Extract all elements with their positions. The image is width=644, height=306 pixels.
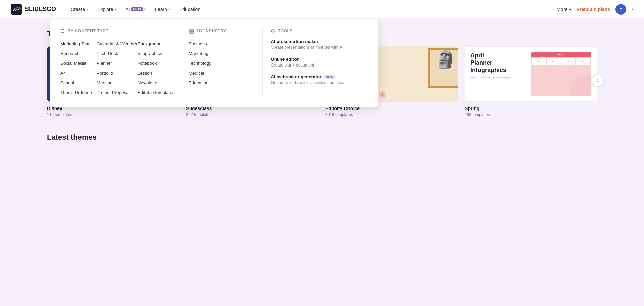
dropdown-item-marketing-plan[interactable]: Marketing Plan (60, 39, 97, 49)
nav-label-ai: AI (126, 7, 130, 12)
ai-new-badge: NEW (131, 7, 143, 11)
nav-item-explore[interactable]: Explore ▾ (93, 5, 120, 14)
gear-icon: ⚙ (271, 28, 275, 34)
nav-label-explore: Explore (97, 7, 113, 12)
nav-item-education[interactable]: Education (175, 5, 204, 14)
april-card-text: AprilPlannerInfographics (470, 52, 531, 74)
dropdown-item-business[interactable]: Business (189, 39, 257, 49)
flower-decoration: 🌸 (378, 90, 387, 98)
april-right-section: April W1 W2 W3 W4 slidesgo (531, 52, 592, 96)
nav-items: Create ▾ Explore ▾ AI NEW ▾ Learn ▾ Educ… (67, 5, 557, 14)
dropdown-item-thesis-defense[interactable]: Thesis Defense (60, 88, 97, 97)
navbar: SLIDESGO Create ▾ Explore ▾ AI NEW ▾ Lea… (0, 0, 644, 19)
logo[interactable]: SLIDESGO (11, 4, 56, 15)
tool-online-editor: Online editor Create blank document (271, 57, 362, 69)
dropdown-item-project-proposal[interactable]: Project Proposal (97, 88, 138, 97)
spring-card-subtitle: 188 templates (465, 112, 597, 117)
tools-label: Tools (278, 29, 293, 33)
cal-cell-3: W3 (561, 58, 576, 65)
dropdown-item-portfolio[interactable]: Portfolio (97, 68, 138, 78)
april-thumb-bg: AprilPlannerInfographics Here is where t… (465, 46, 597, 102)
logo-icon (11, 4, 22, 15)
building-icon: 🏢 (189, 28, 195, 34)
dropdown-item-meeting[interactable]: Meeting (97, 78, 138, 88)
carousel-next-button[interactable]: › (592, 74, 604, 86)
dropdown-item-background[interactable]: Background (138, 39, 175, 49)
industry-label: By industry (197, 29, 226, 33)
tool-online-editor-title[interactable]: Online editor (271, 57, 362, 62)
nav-more-button[interactable]: More ▾ (557, 7, 571, 12)
dropdown-item-notebook[interactable]: Notebook (138, 58, 175, 68)
nav-right: More ▾ Premium plans f ▾ (557, 4, 633, 15)
tools-column: ⚙ Tools AI presentation maker Create pre… (262, 28, 368, 97)
trending-card-spring[interactable]: AprilPlannerInfographics Here is where t… (465, 46, 597, 117)
svg-rect-0 (11, 4, 22, 15)
spring-card-title: Spring (465, 106, 597, 111)
tool-online-editor-desc: Create blank document (271, 62, 362, 69)
logo-text: SLIDESGO (25, 6, 56, 13)
dropdown-item-technology[interactable]: Technology (189, 58, 257, 68)
nav-label-learn: Learn (155, 7, 167, 12)
nav-item-ai[interactable]: AI NEW ▾ (122, 5, 150, 14)
nav-item-create[interactable]: Create ▾ (67, 5, 92, 14)
create-dropdown: ☰ By content type Marketing Plan Calenda… (50, 19, 378, 107)
dropdown-item-newsletter[interactable]: Newsletter (138, 78, 175, 88)
april-left-section: AprilPlannerInfographics Here is where t… (470, 52, 531, 79)
april-brand-text: slidesgo (583, 93, 590, 95)
svg-point-1 (19, 7, 21, 9)
dropdown-item-social-media[interactable]: Social Media (60, 58, 97, 68)
dropdown-item-research[interactable]: Research (60, 49, 97, 58)
dropdown-item-editable-templates[interactable]: Editable templates (138, 88, 175, 97)
icebreaker-new-badge: NEW (324, 75, 335, 79)
cal-cell-2: W2 (547, 58, 561, 65)
content-items-grid: Marketing Plan Calendar & Weather Backgr… (60, 39, 175, 97)
tool-icebreaker-title[interactable]: AI icebreaker generator NEW (271, 74, 362, 79)
dropdown-item-lesson[interactable]: Lesson (138, 68, 175, 78)
tool-ai-presentation-desc: Create presentations in minutes with AI (271, 45, 362, 51)
document-icon: ☰ (60, 28, 65, 34)
chevron-down-icon: ▾ (144, 7, 146, 11)
latest-themes-title: Latest themes (47, 133, 597, 142)
april-thumbnail: AprilPlannerInfographics Here is where t… (465, 46, 597, 102)
content-type-column: ☰ By content type Marketing Plan Calenda… (60, 28, 180, 97)
chevron-down-icon: ▾ (569, 7, 571, 12)
industry-items: Business Marketing Technology Medical Ed… (189, 39, 257, 88)
cal-cell-4: W4 (576, 58, 590, 65)
chevron-down-icon: ▾ (168, 7, 170, 11)
dropdown-item-education[interactable]: Education (189, 78, 257, 88)
dropdown-item-school[interactable]: School (60, 78, 97, 88)
nav-item-learn[interactable]: Learn ▾ (151, 5, 174, 14)
avatar-chevron-icon[interactable]: ▾ (632, 7, 633, 11)
disney-card-subtitle: 116 templates (47, 112, 179, 117)
avatar[interactable]: f (615, 4, 626, 15)
slidesclass-card-subtitle: 247 templates (186, 112, 319, 117)
dropdown-item-a4[interactable]: A4 (60, 68, 97, 78)
april-card-sub: Here is where this template begins (470, 76, 531, 79)
nav-label-education: Education (179, 7, 200, 12)
tool-ai-presentation-title[interactable]: AI presentation maker (271, 39, 362, 44)
cal-cell-1: W1 (532, 58, 546, 65)
nav-more-label: More (557, 7, 568, 12)
premium-plans-button[interactable]: Premium plans (577, 7, 610, 12)
tools-header: ⚙ Tools (271, 28, 362, 34)
chevron-down-icon: ▾ (115, 7, 116, 11)
industry-header: 🏢 By industry (189, 28, 257, 34)
dropdown-item-medical[interactable]: Medical (189, 68, 257, 78)
chevron-down-icon: ▾ (86, 7, 88, 11)
tool-icebreaker-desc: Generate icebreaker activities and ideas (271, 80, 362, 86)
content-type-header: ☰ By content type (60, 28, 175, 34)
content-type-label: By content type (68, 29, 108, 33)
april-calendar-grid: W1 W2 W3 W4 (531, 57, 592, 67)
dropdown-item-marketing[interactable]: Marketing (189, 49, 257, 58)
nav-label-create: Create (71, 7, 85, 12)
dropdown-item-calendar-weather[interactable]: Calendar & Weather (97, 39, 138, 49)
tool-ai-presentation: AI presentation maker Create presentatio… (271, 39, 362, 51)
statue-decoration: 🗿 (435, 50, 456, 69)
dropdown-item-planner[interactable]: Planner (97, 58, 138, 68)
dropdown-item-pitch-deck[interactable]: Pitch Deck (97, 49, 138, 58)
tool-icebreaker: AI icebreaker generator NEW Generate ice… (271, 74, 362, 86)
industry-column: 🏢 By industry Business Marketing Technol… (180, 28, 263, 97)
dropdown-item-infographics[interactable]: Infographics (138, 49, 175, 58)
editors-choice-card-subtitle: 3018 templates (325, 112, 458, 117)
tool-icebreaker-title-text: AI icebreaker generator (271, 74, 321, 79)
